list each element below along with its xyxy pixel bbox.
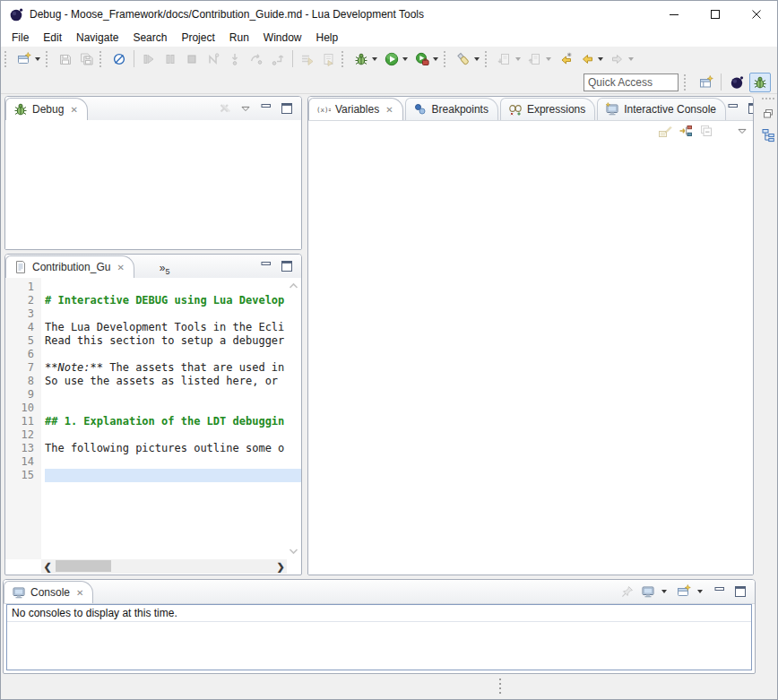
menu-item-help[interactable]: Help (309, 30, 346, 46)
maximize-window-icon[interactable] (695, 1, 736, 28)
minimize-view-icon[interactable] (726, 101, 740, 116)
step-into-icon[interactable] (224, 49, 246, 69)
editor-line[interactable]: 3 (5, 307, 301, 321)
maximize-view-icon[interactable] (747, 101, 754, 116)
search-icon[interactable] (453, 49, 474, 69)
editor-line[interactable]: 8So use the assets as listed here, or (5, 375, 301, 388)
tab-expressions[interactable]: Expressions (500, 98, 595, 120)
open-perspective-icon[interactable] (696, 73, 717, 92)
outline-view-icon[interactable] (759, 126, 777, 144)
lua-perspective-button[interactable] (726, 73, 748, 92)
dropdown-arrow-icon[interactable] (515, 57, 521, 61)
editor-line[interactable]: 15 (5, 469, 301, 482)
maximize-view-icon[interactable] (280, 259, 294, 273)
debug-perspective-button[interactable] (749, 73, 771, 92)
menu-item-run[interactable]: Run (222, 30, 256, 46)
remove-all-terminated-icon[interactable] (218, 101, 232, 116)
forward-icon[interactable] (607, 49, 628, 69)
menu-item-search[interactable]: Search (125, 30, 174, 46)
view-menu-icon[interactable] (238, 101, 253, 116)
tab-console[interactable]: Console ✕ (4, 581, 93, 603)
editor-line[interactable]: 14 (5, 455, 301, 469)
suspend-icon[interactable] (160, 49, 181, 69)
open-console-icon[interactable] (677, 584, 691, 599)
run-icon[interactable] (381, 49, 402, 69)
close-window-icon[interactable] (736, 1, 777, 28)
dropdown-arrow-icon[interactable] (35, 57, 40, 61)
dropdown-arrow-icon[interactable] (697, 590, 703, 593)
pin-console-icon[interactable] (620, 584, 635, 599)
minimize-view-icon[interactable] (259, 101, 273, 116)
editor-line[interactable]: 6 (5, 348, 301, 361)
scroll-right-icon[interactable]: ❯ (274, 559, 287, 574)
close-icon[interactable]: ✕ (70, 105, 77, 115)
maximize-view-icon[interactable] (280, 101, 294, 116)
resume-icon[interactable] (138, 49, 160, 69)
tab-interactive-console[interactable]: Interactive Console (597, 98, 726, 120)
debug-icon[interactable] (350, 49, 372, 69)
last-edit-location-icon[interactable] (555, 49, 576, 69)
quick-access-input[interactable] (584, 73, 679, 91)
tab-contribution-guide[interactable]: Contribution_Gu ✕ (5, 255, 134, 278)
scrollbar-thumb[interactable] (56, 560, 111, 572)
dropdown-arrow-icon[interactable] (661, 590, 667, 593)
menu-item-window[interactable]: Window (256, 30, 309, 46)
dropdown-arrow-icon[interactable] (598, 57, 603, 61)
minimize-view-icon[interactable] (259, 259, 273, 273)
view-menu-icon[interactable] (735, 124, 749, 138)
menu-item-file[interactable]: File (4, 30, 36, 46)
scroll-left-icon[interactable]: ❮ (41, 559, 54, 574)
editor-line[interactable]: 11## 1. Explanation of the LDT debuggin (5, 415, 301, 428)
collapse-all-icon[interactable] (699, 124, 713, 138)
editor-line[interactable]: 9 (5, 388, 301, 402)
menu-item-navigate[interactable]: Navigate (69, 30, 125, 46)
minimize-window-icon[interactable] (653, 1, 695, 28)
editor-line[interactable]: 1 (5, 281, 301, 294)
skip-all-breakpoints-icon[interactable] (108, 49, 130, 69)
display-selected-console-icon[interactable] (641, 584, 655, 599)
terminate-icon[interactable] (181, 49, 203, 69)
dropdown-arrow-icon[interactable] (628, 57, 634, 61)
disconnect-icon[interactable] (203, 49, 224, 69)
menu-item-project[interactable]: Project (174, 30, 221, 46)
maximize-view-icon[interactable] (733, 584, 748, 599)
menu-item-edit[interactable]: Edit (36, 30, 69, 46)
editor-line[interactable]: 5Read this section to setup a debugger (5, 334, 301, 348)
new-wizard-icon[interactable] (13, 49, 35, 69)
next-annotation-icon[interactable] (494, 49, 515, 69)
dropdown-arrow-icon[interactable] (433, 57, 438, 61)
external-tools-icon[interactable] (411, 49, 433, 69)
dropdown-arrow-icon[interactable] (546, 57, 551, 61)
editor-line[interactable]: 4The Lua Development Tools in the Ecli (5, 321, 301, 334)
scroll-down-icon[interactable] (289, 545, 298, 557)
previous-annotation-icon[interactable] (524, 49, 546, 69)
editor-line[interactable]: 13The following pictures outline some o (5, 442, 301, 455)
tab-variables[interactable]: (x)=Variables✕ (308, 98, 403, 120)
close-icon[interactable]: ✕ (76, 588, 83, 598)
hidden-editors-chevron[interactable]: »5 (160, 262, 170, 278)
dropdown-arrow-icon[interactable] (402, 57, 408, 61)
save-all-icon[interactable] (76, 49, 98, 69)
editor-line[interactable]: 10 (5, 402, 301, 415)
run-to-line-icon[interactable] (318, 49, 340, 69)
tab-debug[interactable]: Debug ✕ (5, 98, 88, 120)
close-icon[interactable]: ✕ (117, 263, 124, 272)
close-icon[interactable]: ✕ (385, 105, 393, 115)
editor-line[interactable]: 12 (5, 428, 301, 442)
step-over-icon[interactable] (246, 49, 267, 69)
restore-view-icon[interactable] (759, 105, 777, 123)
back-icon[interactable] (576, 49, 598, 69)
show-type-names-icon[interactable] (658, 124, 672, 138)
minimize-view-icon[interactable] (713, 584, 727, 599)
dropdown-arrow-icon[interactable] (372, 57, 377, 61)
trim-drag-handle-icon[interactable] (499, 678, 501, 694)
editor-line[interactable]: 2# Interactive DEBUG using Lua Develop (5, 294, 301, 307)
step-return-icon[interactable] (267, 49, 289, 69)
show-logical-structures-icon[interactable] (679, 124, 693, 138)
editor-text-area[interactable]: 12# Interactive DEBUG using Lua Develop3… (5, 278, 301, 559)
tab-breakpoints[interactable]: Breakpoints (405, 98, 498, 120)
horizontal-scrollbar[interactable]: ❮ ❯ (41, 559, 287, 574)
scroll-up-icon[interactable] (289, 280, 298, 292)
use-step-filters-icon[interactable] (297, 49, 318, 69)
dropdown-arrow-icon[interactable] (474, 57, 480, 61)
